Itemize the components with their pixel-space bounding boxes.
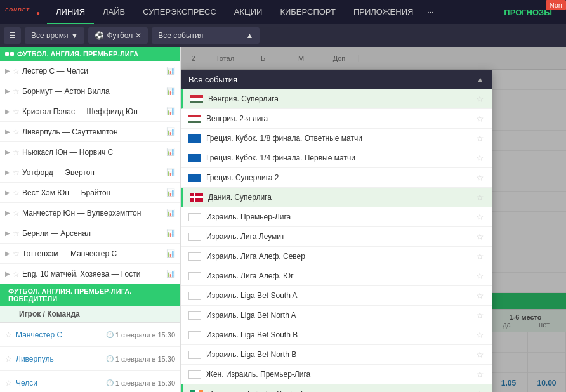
item-star-icon[interactable]: ☆ [476, 133, 484, 143]
dropdown-item[interactable]: Израиль. Лига Алеф. Север ☆ [181, 247, 492, 266]
stats-icon[interactable]: 📊 [166, 270, 175, 278]
team-name[interactable]: Ньюкасл Юн — Норвич С [22, 148, 164, 157]
nav-apps[interactable]: ПРИЛОЖЕНИЯ [345, 0, 423, 24]
team-name[interactable]: Кристал Пэлас — Шеффилд Юн [22, 107, 164, 116]
item-star-icon[interactable]: ☆ [476, 330, 484, 340]
player-name[interactable]: Манчестер С [16, 330, 106, 339]
star-icon[interactable]: ☆ [5, 330, 12, 339]
table-row: ▶ ☆ Уотфорд — Эвертон 📊 [0, 162, 180, 183]
dropdown-item[interactable]: Греция. Суперлига 2 ☆ [181, 168, 492, 188]
dropdown-item[interactable]: Израиль. Liga Bet North B ☆ [181, 345, 492, 365]
stats-icon[interactable]: 📊 [166, 168, 175, 176]
item-star-icon[interactable]: ☆ [476, 350, 484, 360]
table-row: ▶ ☆ Кристал Пэлас — Шеффилд Юн 📊 [0, 101, 180, 122]
team-name[interactable]: Вест Хэм Юн — Брайтон [22, 188, 164, 197]
flag-il-icon [188, 232, 201, 241]
star-icon[interactable]: ☆ [13, 107, 20, 116]
nav-aktsii[interactable]: АКЦИИ [225, 0, 272, 24]
team-name[interactable]: Борнмут — Астон Вилла [22, 87, 164, 96]
expand-icon[interactable]: ▶ [5, 148, 10, 155]
expand-icon[interactable]: ▶ [5, 189, 10, 196]
item-star-icon[interactable]: ☆ [476, 369, 484, 379]
dropdown-item[interactable]: Израиль. Liga Bet North A ☆ [181, 306, 492, 325]
stats-icon[interactable]: 📊 [166, 209, 175, 217]
dropdown-item[interactable]: Венгрия. Суперлига ☆ [181, 89, 492, 109]
item-star-icon[interactable]: ☆ [476, 389, 484, 392]
expand-icon[interactable]: ▶ [5, 88, 10, 95]
star-icon[interactable]: ☆ [13, 229, 20, 238]
item-star-icon[interactable]: ☆ [476, 94, 484, 104]
clock-icon: 🕐 [106, 331, 114, 338]
nav-more-dots[interactable]: ··· [422, 8, 438, 16]
star-icon[interactable]: ☆ [13, 168, 20, 177]
team-name[interactable]: Ливерпуль — Сауттемптон [22, 127, 164, 136]
expand-icon[interactable]: ▶ [5, 128, 10, 135]
dropdown-item[interactable]: Израиль. Лига Алеф. Юг ☆ [181, 266, 492, 286]
events-filter-button[interactable]: Все события ▲ [152, 27, 260, 44]
time-filter-button[interactable]: Все время ▼ [25, 27, 84, 44]
player-name[interactable]: Ливерпуль [16, 355, 106, 363]
team-name[interactable]: Eng. 10 матчей. Хозяева — Гости [22, 270, 164, 278]
dropdown-item[interactable]: Ирландия. Leinster Senior League ☆ [181, 384, 492, 392]
team-name[interactable]: Тоттенхэм — Манчестер С [22, 249, 164, 258]
item-star-icon[interactable]: ☆ [476, 114, 484, 124]
stats-icon[interactable]: 📊 [166, 127, 175, 136]
item-star-icon[interactable]: ☆ [476, 232, 484, 242]
star-icon[interactable]: ☆ [13, 67, 20, 75]
team-name[interactable]: Уотфорд — Эвертон [22, 168, 164, 177]
stats-icon[interactable]: 📊 [166, 188, 175, 197]
dropdown-arrow-icon[interactable]: ▲ [476, 75, 484, 84]
menu-button[interactable]: ☰ [4, 27, 21, 44]
item-star-icon[interactable]: ☆ [476, 310, 484, 320]
dropdown-item[interactable]: Дания. Суперлига ☆ [181, 188, 492, 207]
team-name[interactable]: Бернли — Арсенал [22, 229, 164, 238]
dropdown-item[interactable]: Израиль. Премьер-Лига ☆ [181, 207, 492, 227]
item-star-icon[interactable]: ☆ [476, 251, 484, 261]
star-icon[interactable]: ☆ [13, 127, 20, 136]
sport-filter-close[interactable]: ✕ [135, 31, 142, 40]
item-star-icon[interactable]: ☆ [476, 192, 484, 202]
dropdown-item[interactable]: Греция. Кубок. 1/4 финала. Первые матчи … [181, 148, 492, 168]
expand-icon[interactable]: ▶ [5, 209, 10, 216]
dropdown-item[interactable]: Израиль. Лига Леумит ☆ [181, 227, 492, 247]
star-icon[interactable]: ☆ [5, 355, 12, 363]
nav-liniya[interactable]: ЛИНИЯ [47, 0, 94, 24]
dropdown-item[interactable]: Израиль. Liga Bet South A ☆ [181, 286, 492, 306]
expand-icon[interactable]: ▶ [5, 270, 10, 277]
item-star-icon[interactable]: ☆ [476, 212, 484, 222]
star-icon[interactable]: ☆ [13, 270, 20, 278]
team-name[interactable]: Лестер С — Челси [22, 67, 164, 75]
expand-icon[interactable]: ▶ [5, 67, 10, 74]
item-star-icon[interactable]: ☆ [476, 153, 484, 163]
expand-icon[interactable]: ▶ [5, 250, 10, 257]
stats-icon[interactable]: 📊 [166, 67, 175, 75]
star-icon[interactable]: ☆ [13, 188, 20, 197]
nav-superexpress[interactable]: СУПЕРЭКСПРЕСС [134, 0, 225, 24]
expand-icon[interactable]: ▶ [5, 108, 10, 115]
star-icon[interactable]: ☆ [13, 209, 20, 218]
item-text: Израиль. Liga Bet North B [206, 350, 473, 359]
team-name[interactable]: Манчестер Юн — Вулверхэмптон [22, 209, 164, 218]
stats-icon[interactable]: 📊 [166, 107, 175, 115]
dropdown-item[interactable]: Жен. Израиль. Премьер-Лига ☆ [181, 365, 492, 384]
expand-icon[interactable]: ▶ [5, 230, 10, 237]
nav-cybersport[interactable]: КИБЕРСПОРТ [271, 0, 345, 24]
sport-filter-button[interactable]: ⚽ Футбол ✕ [88, 27, 148, 44]
stats-icon[interactable]: 📊 [166, 148, 175, 156]
item-star-icon[interactable]: ☆ [476, 173, 484, 183]
dropdown-item[interactable]: Израиль. Liga Bet South B ☆ [181, 325, 492, 345]
expand-icon[interactable]: ▶ [5, 169, 10, 176]
stats-icon[interactable]: 📊 [166, 229, 175, 237]
star-icon[interactable]: ☆ [13, 87, 20, 96]
player-name[interactable]: Челси [16, 379, 106, 388]
item-star-icon[interactable]: ☆ [476, 291, 484, 301]
star-icon[interactable]: ☆ [13, 148, 20, 157]
dropdown-item[interactable]: Венгрия. 2-я лига ☆ [181, 109, 492, 129]
nav-layv[interactable]: ЛАЙВ [94, 0, 134, 24]
stats-icon[interactable]: 📊 [166, 87, 175, 95]
stats-icon[interactable]: 📊 [166, 249, 175, 258]
star-icon[interactable]: ☆ [5, 379, 12, 388]
item-star-icon[interactable]: ☆ [476, 271, 484, 281]
star-icon[interactable]: ☆ [13, 249, 20, 258]
dropdown-item[interactable]: Греция. Кубок. 1/8 финала. Ответные матч… [181, 129, 492, 148]
